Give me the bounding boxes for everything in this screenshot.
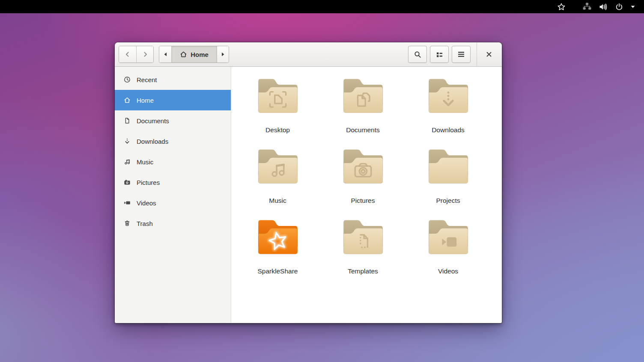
sidebar-item-label: Home [137,97,154,104]
sidebar-item-label: Documents [137,117,169,125]
sidebar-item-downloads[interactable]: Downloads [115,131,231,151]
sidebar-item-home[interactable]: Home [115,90,231,110]
file-item-documents[interactable]: Documents [320,73,405,144]
video-camera-icon [124,199,131,206]
close-button[interactable] [482,46,496,63]
sidebar-item-label: Downloads [137,138,168,145]
sidebar-item-documents[interactable]: Documents [115,110,231,131]
sidebar-item-label: Music [137,158,153,166]
camera-icon [124,179,131,186]
file-label: Music [269,197,286,205]
music-notes-icon [124,158,131,165]
folder-icon [426,214,471,259]
clock-icon [124,76,131,83]
menu-button[interactable] [452,46,471,63]
places-sidebar: Recent Home Documents [115,67,231,323]
folder-icon [341,144,385,188]
power-icon[interactable] [611,0,627,13]
sidebar-item-videos[interactable]: Videos [115,193,231,213]
forward-button[interactable] [136,46,153,62]
headerbar-separator [477,42,477,67]
file-grid: Desktop Documents Downloads [231,67,502,323]
path-location-label: Home [191,51,209,58]
file-item-pictures[interactable]: Pictures [320,144,405,214]
history-nav-group [119,46,154,63]
back-button[interactable] [119,46,136,62]
path-next-button[interactable] [217,46,229,62]
folder-icon [256,144,300,188]
file-item-templates[interactable]: Templates [320,214,405,285]
file-item-downloads[interactable]: Downloads [405,73,491,144]
window-body: Recent Home Documents [115,67,502,323]
file-item-music[interactable]: Music [235,144,320,214]
sidebar-item-label: Recent [137,76,157,83]
path-bar: Home [159,46,229,63]
file-label: Desktop [265,126,290,134]
file-label: Videos [438,267,458,275]
sidebar-item-pictures[interactable]: Pictures [115,172,231,193]
file-manager-window: Home [115,42,502,323]
sidebar-item-label: Pictures [137,179,160,186]
volume-icon[interactable] [595,0,611,13]
document-page-icon [124,117,131,124]
folder-icon [341,73,385,118]
sidebar-item-music[interactable]: Music [115,151,231,172]
network-tree-icon[interactable] [579,0,595,13]
view-toggle-button[interactable] [430,46,449,63]
sidebar-item-trash[interactable]: Trash [115,213,231,234]
sidebar-item-label: Videos [137,199,156,207]
file-item-projects[interactable]: Projects [405,144,491,214]
file-item-videos[interactable]: Videos [405,214,491,285]
folder-icon [256,73,300,118]
file-label: SparkleShare [258,267,298,275]
file-item-desktop[interactable]: Desktop [235,73,320,144]
file-label: Projects [436,197,460,205]
dropdown-chevron-icon[interactable] [627,0,639,13]
folder-icon [426,73,471,118]
file-label: Pictures [351,197,375,205]
file-label: Documents [346,126,379,134]
folder-icon [426,144,471,188]
top-bar [0,0,644,13]
folder-icon-orange [256,214,300,259]
path-home-button[interactable]: Home [171,46,217,62]
house-icon [124,97,131,104]
headerbar: Home [115,42,502,67]
home-icon [180,51,187,58]
download-arrow-icon [124,138,131,145]
trash-can-icon [124,220,131,227]
sidebar-item-recent[interactable]: Recent [115,69,231,90]
sidebar-item-label: Trash [137,220,153,227]
file-item-sparkleshare[interactable]: SparkleShare [235,214,320,285]
favorites-star-icon[interactable] [553,0,569,13]
search-button[interactable] [408,46,427,63]
folder-icon [341,214,385,259]
file-label: Templates [348,267,378,275]
path-previous-button[interactable] [159,46,171,62]
file-label: Downloads [432,126,465,134]
